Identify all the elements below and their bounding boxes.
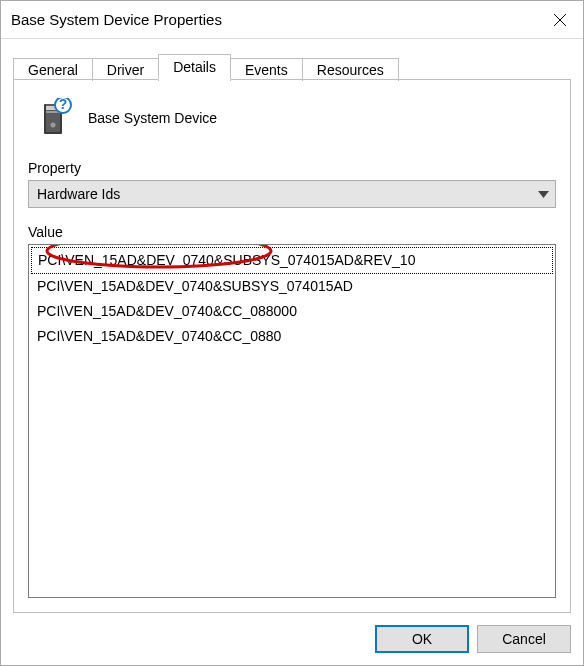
- property-dropdown[interactable]: Hardware Ids: [28, 180, 556, 208]
- chevron-down-icon: [538, 186, 549, 202]
- list-item[interactable]: PCI\VEN_15AD&DEV_0740&CC_0880: [31, 324, 553, 349]
- value-listbox[interactable]: PCI\VEN_15AD&DEV_0740&SUBSYS_074015AD&RE…: [28, 244, 556, 598]
- tab-driver[interactable]: Driver: [92, 58, 159, 81]
- titlebar: Base System Device Properties: [1, 1, 583, 39]
- list-item[interactable]: PCI\VEN_15AD&DEV_0740&SUBSYS_074015AD&RE…: [31, 247, 553, 274]
- close-button[interactable]: [537, 1, 583, 38]
- tab-strip: General Driver Details Events Resources: [13, 51, 571, 79]
- properties-dialog: Base System Device Properties General Dr…: [0, 0, 584, 666]
- tab-resources[interactable]: Resources: [302, 58, 399, 81]
- cancel-button[interactable]: Cancel: [477, 625, 571, 653]
- property-label: Property: [28, 160, 556, 176]
- value-label: Value: [28, 224, 556, 240]
- svg-text:?: ?: [59, 98, 68, 112]
- device-icon: ?: [34, 98, 74, 138]
- tab-panel-details: ? Base System Device Property Hardware I…: [13, 79, 571, 613]
- list-item[interactable]: PCI\VEN_15AD&DEV_0740&SUBSYS_074015AD: [31, 274, 553, 299]
- device-name: Base System Device: [88, 110, 217, 126]
- svg-point-6: [51, 123, 56, 128]
- device-header: ? Base System Device: [28, 98, 556, 138]
- property-selected-value: Hardware Ids: [37, 186, 120, 202]
- close-icon: [553, 13, 567, 27]
- tab-details[interactable]: Details: [158, 54, 231, 80]
- svg-marker-9: [538, 191, 549, 198]
- ok-button[interactable]: OK: [375, 625, 469, 653]
- tab-general[interactable]: General: [13, 58, 93, 81]
- tab-events[interactable]: Events: [230, 58, 303, 81]
- dialog-content: General Driver Details Events Resources: [1, 39, 583, 613]
- list-item[interactable]: PCI\VEN_15AD&DEV_0740&CC_088000: [31, 299, 553, 324]
- window-title: Base System Device Properties: [11, 11, 222, 28]
- button-row: OK Cancel: [1, 613, 583, 665]
